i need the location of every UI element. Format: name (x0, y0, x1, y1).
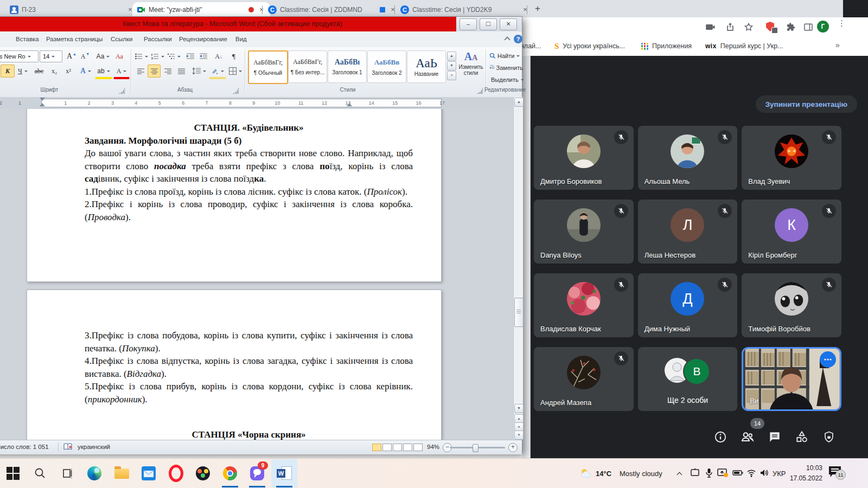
tab-references[interactable]: Ссылки (108, 31, 135, 47)
show-marks-button[interactable]: ¶ (227, 50, 240, 63)
window-controls-area[interactable] (843, 0, 868, 17)
tab-review[interactable]: Рецензирование (177, 31, 229, 47)
search-button[interactable] (27, 459, 53, 487)
vertical-scrollbar[interactable]: ▲ ▼ ▲ ● ▼ (513, 97, 523, 440)
minimize-button[interactable] (459, 18, 477, 30)
select-button[interactable]: Выделить (489, 73, 524, 86)
next-page-button[interactable]: ▼ (514, 431, 524, 440)
change-styles-button[interactable]: АА Изменить стили (458, 50, 483, 83)
grow-font-button[interactable]: А▲ (65, 50, 79, 63)
tab-p23[interactable]: П-23 (5, 2, 139, 17)
close-icon[interactable] (521, 5, 529, 14)
clock[interactable]: 10:03 17.05.2022 (784, 463, 822, 484)
tab-page-layout[interactable]: Разметка страницы (44, 31, 105, 47)
close-button[interactable] (500, 18, 517, 30)
help-icon[interactable] (514, 35, 522, 43)
replace-button[interactable]: Заменить (489, 61, 524, 74)
font-name-combo[interactable]: Times New Ro (0, 50, 39, 62)
extensions-puzzle-icon[interactable] (786, 22, 796, 33)
scrollbar-thumb[interactable] (514, 298, 524, 327)
bookmark-item[interactable]: Приложения (641, 41, 692, 52)
styles-scroll-up[interactable]: ▲ (447, 52, 456, 61)
font-size-combo[interactable]: 14 (40, 50, 62, 62)
meeting-details-button[interactable] (710, 426, 731, 448)
word-taskbar-icon[interactable] (271, 459, 297, 487)
shading-button[interactable] (209, 65, 226, 79)
style-title[interactable]: АаЬ Название (407, 50, 446, 83)
style-no-spacing[interactable]: АаБбВвГг, ¶ Без интер... (288, 50, 327, 83)
first-line-indent-marker[interactable] (40, 98, 45, 101)
device-icon[interactable] (690, 468, 700, 478)
file-explorer-taskbar-icon[interactable] (108, 459, 135, 487)
multilevel-list-button[interactable] (167, 50, 182, 63)
subscript-button[interactable]: x₂ (47, 65, 61, 78)
language-indicator[interactable]: УКР (773, 459, 786, 488)
hanging-indent-marker[interactable] (40, 103, 45, 106)
participant-tile[interactable]: Л Леша Нестеров (638, 200, 738, 264)
fullscreen-view-button[interactable] (382, 444, 392, 451)
participant-tile[interactable]: Альоша Мель (638, 126, 738, 190)
borders-button[interactable] (227, 65, 244, 78)
bookmark-item[interactable]: wix Перший курс | Укр... (705, 41, 783, 52)
align-right-button[interactable] (161, 65, 174, 78)
tab-view[interactable]: Вид (233, 31, 249, 47)
right-indent-marker[interactable] (347, 103, 352, 106)
participant-tile[interactable]: Владислав Корчак (534, 273, 634, 337)
tab-classtime-1[interactable]: C Classtime: Сесія | ZDDMND (264, 2, 401, 17)
paragraph-dialog-launcher[interactable] (233, 88, 239, 94)
battery-icon[interactable] (732, 468, 743, 478)
chat-button[interactable] (764, 426, 786, 448)
speaker-icon[interactable] (760, 468, 769, 478)
document-page-2[interactable]: 3.Префікс із слова побудова, корінь із с… (27, 290, 442, 440)
chrome-taskbar-icon[interactable] (217, 459, 243, 487)
task-view-button[interactable] (54, 459, 80, 487)
participant-tile[interactable]: Дмитро Боровиков (534, 126, 634, 190)
underline-button[interactable]: Ч (15, 65, 31, 78)
new-tab-button[interactable] (532, 4, 544, 14)
viber-taskbar-icon[interactable]: 9 (244, 459, 270, 487)
align-center-button[interactable] (148, 65, 161, 78)
more-options-button[interactable] (820, 351, 836, 368)
tab-mailings[interactable]: Рассылки (142, 31, 174, 47)
zoom-slider[interactable] (450, 447, 505, 448)
host-controls-button[interactable] (818, 426, 840, 448)
language-indicator[interactable]: украинский (78, 440, 110, 454)
start-button[interactable] (0, 459, 26, 487)
print-layout-view-button[interactable] (372, 444, 381, 451)
line-spacing-button[interactable] (190, 65, 208, 78)
tab-insert[interactable]: Вставка (14, 31, 41, 47)
font-color-button[interactable]: А (113, 65, 130, 79)
weather-temp[interactable]: 14°C (596, 459, 611, 488)
adblock-extension-icon[interactable] (766, 22, 777, 33)
word-title-bar[interactable]: Квест Мова та література - Microsoft Wor… (0, 17, 522, 31)
styles-scroll-down[interactable]: ▼ (447, 61, 456, 70)
highlight-button[interactable]: ab (95, 65, 112, 79)
opera-taskbar-icon[interactable] (163, 459, 189, 487)
styles-gallery-expand[interactable]: ≡ (447, 71, 456, 80)
style-normal[interactable]: АаБбВвГг, ¶ Обычный (248, 50, 288, 84)
document-page-1[interactable]: СТАНЦІЯ. «Будівельник» Завдання. Морфоло… (27, 109, 442, 282)
participant-tile[interactable]: Danya Biloys (534, 200, 634, 264)
profile-avatar[interactable]: Г (817, 21, 829, 33)
find-button[interactable]: Найти (489, 49, 524, 62)
stop-presentation-button[interactable]: Зупинити презентацію (756, 95, 857, 113)
browser-menu-icon[interactable] (838, 21, 840, 32)
participant-tile[interactable]: Тимофій Воробйов (742, 273, 841, 337)
style-heading2[interactable]: АаБбВв Заголовок 2 (367, 50, 406, 83)
participant-tile[interactable]: Андрей Мазепа (534, 347, 634, 411)
participant-tile[interactable]: Влад Зуевич (742, 126, 841, 190)
collapse-ribbon-icon[interactable] (504, 36, 510, 41)
maximize-button[interactable] (480, 18, 497, 30)
edge-taskbar-icon[interactable] (81, 459, 107, 487)
bookmark-star-icon[interactable] (743, 22, 754, 33)
word-count[interactable]: Число слов: 1 051 (0, 440, 49, 454)
scroll-up-icon[interactable]: ▲ (514, 98, 524, 107)
shrink-font-button[interactable]: А▼ (79, 50, 92, 63)
camera-icon[interactable] (705, 22, 716, 33)
style-heading1[interactable]: АаБбВı Заголовок 1 (328, 50, 367, 83)
tab-classtime-2[interactable]: C Classtime: Сесія | YDD2K9 (396, 2, 534, 17)
increase-indent-button[interactable] (197, 50, 210, 63)
weather-condition[interactable]: Mostly cloudy (620, 459, 662, 488)
wifi-icon[interactable] (746, 468, 756, 478)
superscript-button[interactable]: x² (61, 65, 75, 78)
